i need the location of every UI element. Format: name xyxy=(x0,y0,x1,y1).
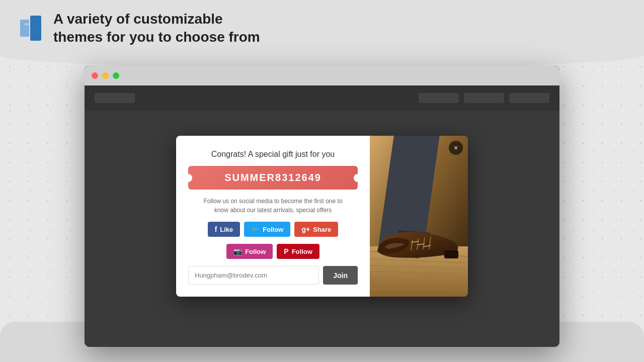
twitter-follow-button[interactable]: 🐦 Follow xyxy=(244,222,290,237)
browser-window: Congrats! A special gift just for you SU… xyxy=(85,65,559,347)
pinterest-follow-button[interactable]: P Follow xyxy=(277,244,319,259)
modal-container: Congrats! A special gift just for you SU… xyxy=(176,136,468,297)
svg-rect-0 xyxy=(20,20,29,37)
svg-rect-19 xyxy=(444,250,458,258)
coupon-code-display: SUMMER8312649 xyxy=(188,166,358,190)
social-description: Follow us on social media to become the … xyxy=(203,197,342,215)
modal-overlay: Congrats! A special gift just for you SU… xyxy=(85,85,559,347)
browser-content: Congrats! A special gift just for you SU… xyxy=(85,85,559,347)
facebook-like-button[interactable]: f Like xyxy=(208,222,240,237)
traffic-light-green[interactable] xyxy=(113,72,119,79)
email-row: Join xyxy=(188,266,358,285)
logo-icon xyxy=(20,16,45,41)
traffic-light-yellow[interactable] xyxy=(102,72,109,79)
modal-title: Congrats! A special gift just for you xyxy=(211,150,335,159)
gplus-share-button[interactable]: g+ Share xyxy=(294,222,338,237)
instagram-icon: 📷 xyxy=(233,247,242,255)
header-title: A variety of customizable themes for you… xyxy=(53,10,260,47)
modal-left-panel: Congrats! A special gift just for you SU… xyxy=(176,136,370,297)
traffic-light-red[interactable] xyxy=(92,72,98,79)
join-button[interactable]: Join xyxy=(323,266,358,285)
svg-rect-1 xyxy=(30,16,41,41)
instagram-follow-button[interactable]: 📷 Follow xyxy=(226,244,273,259)
social-buttons-row2: 📷 Follow P Follow xyxy=(226,244,319,259)
gplus-icon: g+ xyxy=(301,225,310,233)
modal-right-panel: × xyxy=(370,136,468,297)
browser-titlebar xyxy=(85,65,559,85)
top-header: A variety of customizable themes for you… xyxy=(0,0,644,57)
facebook-icon: f xyxy=(215,225,217,233)
social-buttons-row1: f Like 🐦 Follow g+ Share xyxy=(208,222,339,237)
shoe-scene-svg xyxy=(370,136,468,297)
email-input[interactable] xyxy=(188,266,319,285)
close-button[interactable]: × xyxy=(449,141,463,155)
pinterest-icon: P xyxy=(284,247,288,255)
twitter-icon: 🐦 xyxy=(251,225,260,233)
svg-rect-2 xyxy=(24,23,29,25)
